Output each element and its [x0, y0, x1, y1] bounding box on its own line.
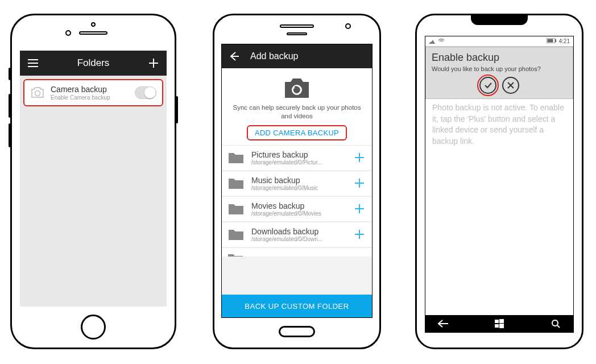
- list-item[interactable]: Downloads backup /storage/emulated/0/Dow…: [222, 222, 372, 247]
- add-folder-icon[interactable]: [353, 151, 366, 164]
- row-subtitle: Enable Camera backup: [51, 94, 135, 101]
- android-header: Add backup: [222, 44, 372, 68]
- camera-icon: [30, 86, 45, 99]
- item-name: Downloads backup: [251, 227, 353, 236]
- svg-line-25: [557, 325, 560, 328]
- wifi-icon: [438, 38, 445, 45]
- svg-rect-23: [499, 324, 504, 328]
- android-home-button[interactable]: [279, 326, 315, 337]
- add-folder-icon[interactable]: [353, 202, 366, 216]
- ios-screen: Folders: [20, 51, 167, 307]
- backup-status-text: Photo backup is not active. To enable it…: [425, 99, 573, 150]
- folder-icon: [227, 253, 243, 257]
- hero-section: Sync can help securely back up your phot…: [222, 68, 372, 145]
- ios-header: Folders: [20, 51, 167, 76]
- folder-icon: [227, 150, 245, 165]
- folder-icon: [227, 227, 245, 242]
- folder-icon: [227, 201, 245, 216]
- svg-point-5: [35, 91, 40, 96]
- android-title: Add backup: [250, 51, 299, 61]
- signal-icon: [429, 38, 436, 45]
- add-camera-backup-button[interactable]: ADD CAMERA BACKUP: [247, 125, 347, 140]
- item-path: /storage/emulated/0/Pictur...: [251, 159, 353, 166]
- win-navbar: [425, 315, 573, 332]
- card-question: Would you like to back up your photos?: [432, 65, 567, 72]
- iphone-mockup: Folders: [10, 14, 176, 349]
- hero-description: Sync can help securely back up your phot…: [230, 104, 364, 121]
- status-bar: 4:21: [425, 36, 573, 47]
- item-path: /storage/emulated/0/Down...: [251, 236, 353, 242]
- clock: 4:21: [559, 38, 570, 44]
- item-path: /storage/emulated/0/Movies: [251, 210, 353, 217]
- svg-rect-16: [555, 39, 556, 42]
- winphone-mockup: 4:21 Enable backup Would you like to bac…: [415, 14, 583, 349]
- android-screen: Add backup Sync can help securely back u…: [221, 44, 372, 318]
- svg-point-24: [552, 320, 558, 326]
- card-title: Enable backup: [432, 52, 567, 64]
- item-path: /storage/emulated/0/Music: [251, 185, 353, 191]
- svg-rect-21: [499, 319, 504, 323]
- back-icon[interactable]: [229, 50, 241, 63]
- list-item[interactable]: Movies backup /storage/emulated/0/Movies: [222, 196, 372, 221]
- row-title: Camera backup: [51, 85, 135, 94]
- backup-folder-list: Pictures backup /storage/emulated/0/Pict…: [222, 145, 372, 295]
- item-name: Music backup: [251, 176, 353, 185]
- battery-icon: [547, 38, 557, 44]
- list-item-peek: [222, 247, 372, 257]
- nav-back-icon[interactable]: [437, 317, 449, 330]
- add-icon[interactable]: [147, 57, 160, 69]
- list-item[interactable]: Music backup /storage/emulated/0/Music: [222, 171, 372, 196]
- nav-windows-icon[interactable]: [493, 317, 506, 330]
- camera-sync-icon: [284, 77, 310, 99]
- nav-search-icon[interactable]: [549, 317, 562, 330]
- svg-rect-22: [495, 324, 499, 328]
- list-item[interactable]: Pictures backup /storage/emulated/0/Pict…: [222, 145, 372, 170]
- accept-button[interactable]: [479, 77, 496, 94]
- enable-backup-card: Enable backup Would you like to back up …: [425, 47, 573, 99]
- item-name: Movies backup: [251, 201, 353, 210]
- camera-backup-toggle[interactable]: [135, 86, 156, 99]
- ios-title: Folders: [39, 57, 147, 69]
- folder-icon: [227, 176, 245, 191]
- win-screen: 4:21 Enable backup Would you like to bac…: [425, 36, 574, 333]
- backup-custom-folder-button[interactable]: BACK UP CUSTOM FOLDER: [222, 295, 372, 317]
- iphone-home-button[interactable]: [81, 315, 106, 340]
- decline-button[interactable]: [502, 77, 519, 94]
- add-folder-icon[interactable]: [353, 176, 366, 190]
- item-name: Pictures backup: [251, 150, 353, 159]
- svg-rect-20: [495, 320, 499, 323]
- camera-backup-row[interactable]: Camera backup Enable Camera backup: [23, 79, 163, 106]
- android-mockup: Add backup Sync can help securely back u…: [213, 14, 381, 349]
- add-folder-icon[interactable]: [353, 228, 366, 241]
- svg-rect-17: [547, 39, 553, 43]
- menu-icon[interactable]: [27, 57, 39, 69]
